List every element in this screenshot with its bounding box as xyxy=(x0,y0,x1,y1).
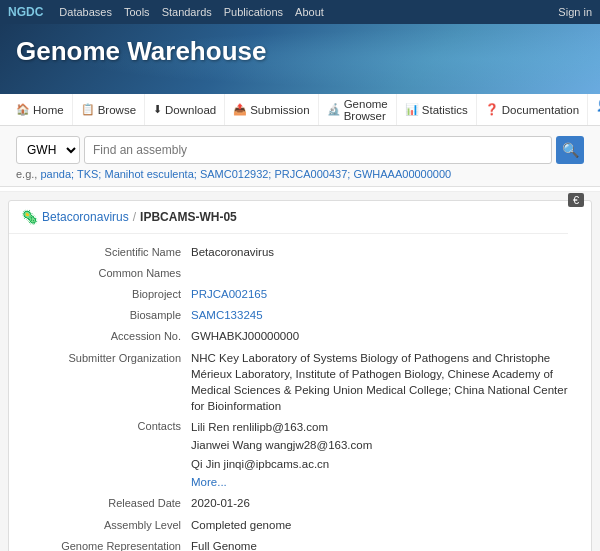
nav-browse[interactable]: 📋 Browse xyxy=(73,94,145,125)
nav-home-label: Home xyxy=(33,104,64,116)
search-bar: GWH 🔍 e.g., panda; TKS; Manihot esculent… xyxy=(0,126,600,187)
main-content: 🦠 Betacoronavirus / IPBCAMS-WH-05 Scient… xyxy=(8,200,592,551)
search-button[interactable]: 🔍 xyxy=(556,136,584,164)
nav-submission[interactable]: 📤 Submission xyxy=(225,94,318,125)
home-icon: 🏠 xyxy=(16,103,30,116)
virus-icon: 🦠 xyxy=(21,209,38,225)
nav-about[interactable]: About xyxy=(295,6,324,18)
hero-section: Genome Warehouse xyxy=(0,24,600,94)
field-bioproject: Bioproject PRJCA002165 xyxy=(21,284,579,305)
breadcrumb-current: IPBCAMS-WH-05 xyxy=(140,210,237,224)
breadcrumb-category[interactable]: Betacoronavirus xyxy=(42,210,129,224)
contact-2: Jianwei Wang wangjw28@163.com xyxy=(191,439,372,451)
field-assembly-level: Assembly Level Completed genome xyxy=(21,515,579,536)
accession-value: GWHABKJ00000000 xyxy=(191,328,579,345)
example-label: e.g., xyxy=(16,168,37,180)
nav-tools[interactable]: Tools xyxy=(124,6,150,18)
field-scientific-name: Scientific Name Betacoronavirus xyxy=(21,242,579,263)
example-manihot[interactable]: panda; TKS; Manihot esculenta; xyxy=(40,168,199,180)
nav-home[interactable]: 🏠 Home xyxy=(8,94,73,125)
nav-statistics-label: Statistics xyxy=(422,104,468,116)
detail-table: Scientific Name Betacoronavirus Common N… xyxy=(9,234,591,551)
field-common-names: Common Names xyxy=(21,263,579,284)
example-samc[interactable]: SAMC012932; xyxy=(200,168,272,180)
documentation-icon: ❓ xyxy=(485,103,499,116)
submission-icon: 📤 xyxy=(233,103,247,116)
assembly-level-value: Completed genome xyxy=(191,517,579,534)
submitter-org-value: NHC Key Laboratory of Systems Biology of… xyxy=(191,350,579,414)
nav-documentation-label: Documentation xyxy=(502,104,579,116)
nav-standards[interactable]: Standards xyxy=(162,6,212,18)
search-type-select[interactable]: GWH xyxy=(16,136,80,164)
page-title: Genome Warehouse xyxy=(16,36,584,67)
field-accession: Accession No. GWHABKJ00000000 xyxy=(21,326,579,347)
secondary-navbar: 🏠 Home 📋 Browse ⬇ Download 📤 Submission … xyxy=(0,94,600,126)
contact-1: Lili Ren renlilipb@163.com xyxy=(191,421,328,433)
top-nav-links: Databases Tools Standards Publications A… xyxy=(59,6,558,18)
example-gwh[interactable]: GWHAAA00000000 xyxy=(353,168,451,180)
breadcrumb-separator: / xyxy=(133,210,136,224)
search-row: GWH 🔍 xyxy=(16,136,584,164)
field-released-date: Released Date 2020-01-26 xyxy=(21,493,579,514)
login-icon: 👤 xyxy=(596,98,600,112)
breadcrumb: 🦠 Betacoronavirus / IPBCAMS-WH-05 xyxy=(9,201,568,234)
nav-genome-browser-label: Genome Browser xyxy=(344,98,388,122)
example-prjca[interactable]: PRJCA000437; xyxy=(274,168,350,180)
brand-logo: NGDC xyxy=(8,5,43,19)
biosample-link[interactable]: SAMC133245 xyxy=(191,309,263,321)
released-date-value: 2020-01-26 xyxy=(191,495,579,512)
nav-download[interactable]: ⬇ Download xyxy=(145,94,225,125)
search-input[interactable] xyxy=(84,136,552,164)
nav-download-label: Download xyxy=(165,104,216,116)
field-contacts: Contacts Lili Ren renlilipb@163.com Jian… xyxy=(21,416,579,494)
genome-representation-value: Full Genome xyxy=(191,538,579,551)
nav-browse-label: Browse xyxy=(98,104,136,116)
nav-statistics[interactable]: 📊 Statistics xyxy=(397,94,477,125)
search-examples: e.g., panda; TKS; Manihot esculenta; SAM… xyxy=(16,168,584,180)
field-biosample: Biosample SAMC133245 xyxy=(21,305,579,326)
browse-icon: 📋 xyxy=(81,103,95,116)
nav-genome-browser[interactable]: 🔬 Genome Browser xyxy=(319,94,397,125)
contact-3: Qi Jin jinqi@ipbcams.ac.cn xyxy=(191,458,329,470)
nav-publications[interactable]: Publications xyxy=(224,6,283,18)
euro-button[interactable]: € xyxy=(568,193,584,207)
bioproject-link[interactable]: PRJCA002165 xyxy=(191,288,267,300)
statistics-icon: 📊 xyxy=(405,103,419,116)
nav-login[interactable]: 👤 Login xyxy=(588,98,600,112)
genome-browser-icon: 🔬 xyxy=(327,103,341,116)
nav-documentation[interactable]: ❓ Documentation xyxy=(477,94,588,125)
signin-link[interactable]: Sign in xyxy=(558,6,592,18)
field-submitter-org: Submitter Organization NHC Key Laborator… xyxy=(21,348,579,416)
field-genome-representation: Genome Representation Full Genome xyxy=(21,536,579,551)
download-icon: ⬇ xyxy=(153,103,162,116)
nav-databases[interactable]: Databases xyxy=(59,6,112,18)
top-navbar: NGDC Databases Tools Standards Publicati… xyxy=(0,0,600,24)
sec-nav-right: 👤 Login 👤 Sign up xyxy=(588,98,600,122)
more-contacts-link[interactable]: More... xyxy=(191,476,227,488)
nav-submission-label: Submission xyxy=(250,104,309,116)
search-icon: 🔍 xyxy=(562,142,579,158)
